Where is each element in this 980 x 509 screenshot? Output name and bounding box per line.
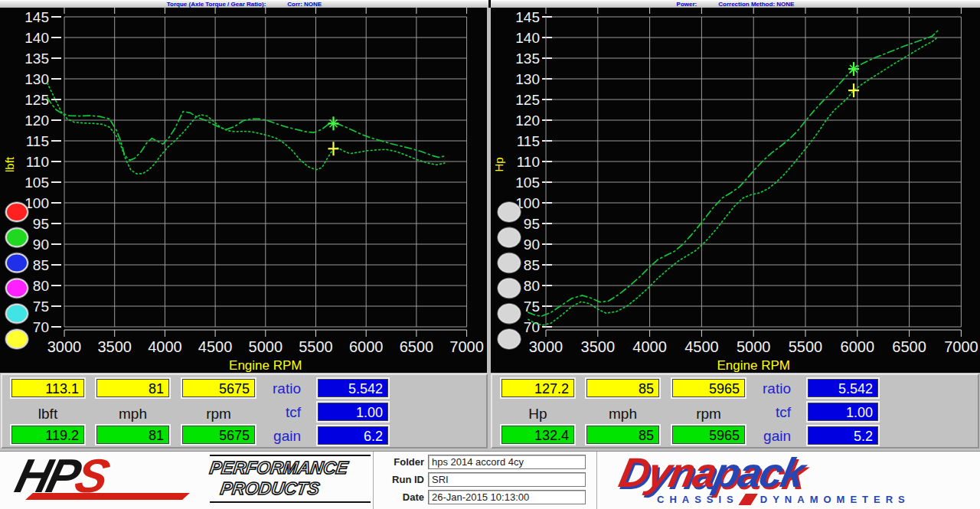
torque-cursor2-value-lbft: 119.2 — [11, 426, 84, 444]
y-tick-label: 140 — [515, 30, 540, 46]
run-select-oval[interactable] — [498, 330, 520, 348]
x-tick-label: 4500 — [198, 338, 233, 355]
torque-header-title: Torque (Axle Torque / Gear Ratio): — [167, 1, 266, 8]
y-tick-label: 115 — [517, 133, 540, 149]
y-tick-label: 125 — [24, 92, 49, 108]
run-select-oval[interactable] — [498, 279, 520, 298]
power-cursor2-value-mph: 85 — [586, 426, 659, 444]
power-ratio-value: 5.542 — [808, 379, 878, 397]
torque-tcf-label: tcf — [247, 404, 301, 421]
y-tick-label: 85 — [33, 257, 49, 273]
power-plot[interactable]: 1451401351301251201151101051009590858075… — [491, 8, 980, 373]
hps-logo-swoosh — [25, 493, 190, 500]
run-select-oval[interactable] — [6, 228, 28, 246]
hps-logo: HPS PERFORMANCE PRODUCTS — [11, 453, 371, 507]
footer-divider-left — [373, 452, 374, 509]
chart-band: 1451401351301251201151101051009590858075… — [0, 8, 980, 373]
y-tick-label: 120 — [515, 113, 540, 129]
y-tick-label: 130 — [515, 71, 540, 87]
y-tick-label: 125 — [515, 92, 540, 108]
run-select-oval[interactable] — [6, 279, 28, 298]
power-header-title: Power: — [677, 1, 697, 8]
power-chart-header: Power:Correction Method: NONE — [491, 0, 980, 8]
footer-divider-right — [596, 452, 597, 509]
y-tick-label: 120 — [24, 113, 49, 129]
power-cursor2-value-rpm: 5965 — [672, 426, 745, 444]
power-cursor2-value-Hp: 132.4 — [501, 426, 574, 444]
run-select-oval[interactable] — [6, 305, 28, 323]
torque-unit-label: lbft — [11, 406, 84, 423]
baseline-run-curve — [47, 83, 445, 174]
x-tick-label: 4000 — [632, 338, 667, 355]
x-tick-label: 5500 — [789, 338, 823, 355]
run-select-oval[interactable] — [6, 253, 28, 272]
x-tick-label: 3500 — [581, 338, 616, 355]
dynapack-logo-subtext: CHASSISDYNAMOMETERS — [657, 491, 910, 505]
run-select-oval[interactable] — [498, 228, 520, 246]
y-tick-label: 75 — [524, 299, 540, 315]
y-tick-label: 75 — [33, 299, 49, 315]
folder-field[interactable]: hps 2014 accord 4cy — [428, 455, 586, 469]
power-readout-panel: 127.2855965Hpmphrpm132.4855965ratio5.542… — [491, 374, 979, 449]
run-info-form: Folder hps 2014 accord 4cy Run ID SRI Da… — [377, 455, 593, 507]
baseline-run-curve — [528, 37, 939, 325]
torque-readout-panel: 113.1815675lbftmphrpm119.2815675ratio5.5… — [1, 374, 488, 449]
footer: HPS PERFORMANCE PRODUCTS Folder hps 2014… — [0, 451, 980, 509]
power-unit-label: Hp — [501, 406, 574, 423]
run-select-oval[interactable] — [498, 305, 520, 323]
current-run-curve — [528, 30, 939, 316]
x-tick-label: 5500 — [299, 338, 333, 355]
current-run-curve — [47, 97, 445, 160]
y-tick-label: 105 — [515, 175, 540, 191]
y-tick-label: 70 — [33, 319, 49, 335]
run-select-oval[interactable] — [6, 330, 28, 348]
date-field[interactable]: 26-Jan-2015 10:13:00 — [428, 490, 586, 504]
date-label: Date — [377, 491, 424, 503]
x-tick-label: 5000 — [249, 338, 283, 355]
y-tick-label: 145 — [515, 9, 540, 25]
run-select-oval[interactable] — [6, 203, 28, 221]
y-tick-label: 95 — [33, 216, 49, 232]
y-axis-label: lbft — [3, 156, 16, 172]
x-tick-label: 4500 — [684, 338, 719, 355]
run-id-field[interactable]: SRI — [428, 472, 586, 487]
x-tick-label: 7000 — [449, 338, 484, 355]
y-tick-label: 95 — [524, 216, 540, 232]
torque-gain-label: gain — [247, 428, 301, 445]
y-tick-label: 90 — [33, 237, 49, 253]
dynapack-logo: Dynapack CHASSISDYNAMOMETERS — [612, 452, 965, 508]
torque-plot[interactable]: 1451401351301251201151101051009590858075… — [0, 8, 490, 373]
torque-cursor1-value-mph: 81 — [96, 379, 169, 397]
x-tick-label: 7000 — [944, 338, 978, 355]
y-tick-label: 85 — [524, 257, 540, 273]
power-tcf-label: tcf — [737, 404, 791, 421]
x-tick-label: 4000 — [148, 338, 182, 355]
power-gain-label: gain — [737, 428, 791, 445]
x-tick-label: 6000 — [841, 338, 875, 355]
y-tick-label: 105 — [24, 175, 49, 191]
y-tick-label: 135 — [24, 51, 49, 67]
y-tick-label: 80 — [524, 278, 540, 294]
y-tick-label: 90 — [524, 237, 540, 253]
dynapack-slash-icon — [738, 494, 757, 505]
run-select-oval[interactable] — [498, 203, 520, 221]
y-tick-label: 80 — [33, 278, 49, 294]
power-cursor1-value-Hp: 127.2 — [501, 379, 574, 397]
torque-ratio-label: ratio — [247, 380, 301, 397]
y-tick-label: 145 — [24, 9, 49, 25]
y-tick-label: 115 — [26, 133, 49, 149]
dynapack-logo-text: Dynapack — [615, 449, 808, 496]
power-cursor1-value-mph: 85 — [586, 379, 659, 397]
folder-label: Folder — [377, 456, 424, 468]
run-select-oval[interactable] — [498, 253, 520, 272]
power-chart[interactable]: 1451401351301251201151101051009590858075… — [491, 8, 980, 373]
torque-unit-label: mph — [96, 406, 169, 423]
power-tcf-value: 1.00 — [808, 403, 878, 421]
x-tick-label: 3500 — [97, 338, 132, 355]
y-tick-label: 135 — [515, 51, 540, 67]
hps-logo-tagline: PERFORMANCE PRODUCTS — [210, 455, 371, 503]
x-tick-label: 6500 — [892, 338, 926, 355]
x-tick-label: 6000 — [349, 338, 384, 355]
power-gain-value: 5.2 — [808, 426, 878, 445]
torque-chart[interactable]: 1451401351301251201151101051009590858075… — [0, 8, 490, 373]
